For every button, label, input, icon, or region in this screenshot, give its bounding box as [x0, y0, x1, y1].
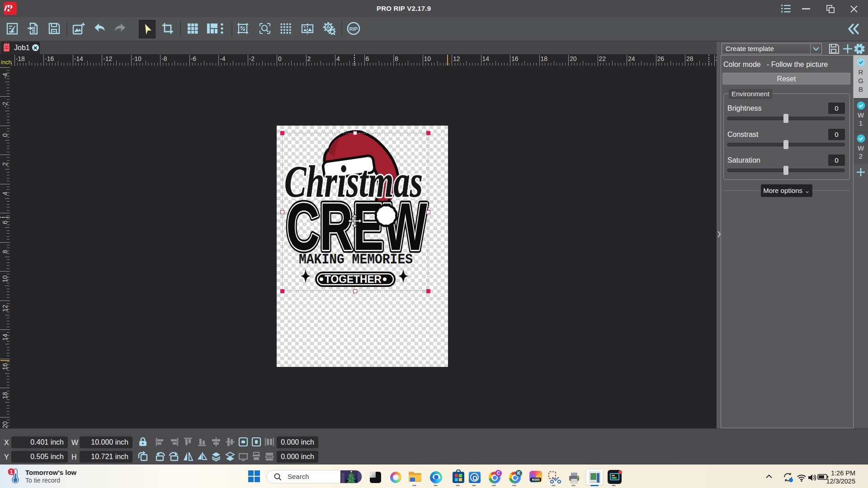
svg-text:1: 1: [10, 469, 13, 475]
svg-text:RIP: RIP: [349, 26, 358, 32]
